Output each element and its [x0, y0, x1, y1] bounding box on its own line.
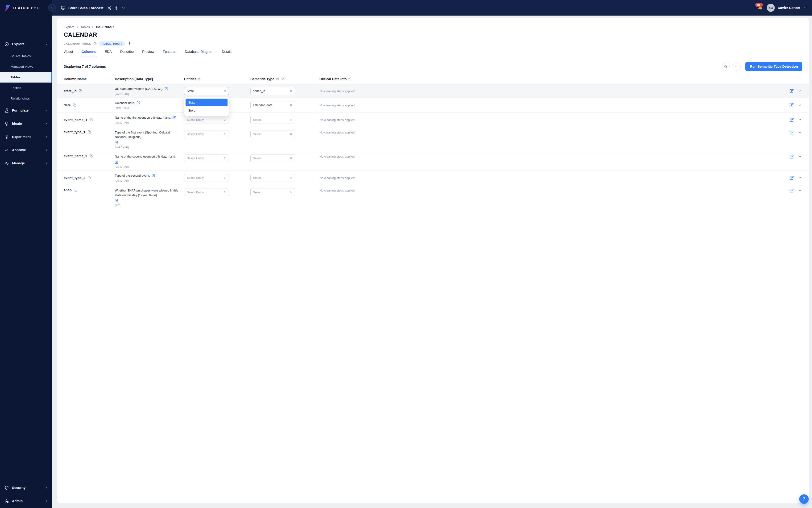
- clear-semantic-type-icon[interactable]: [289, 103, 292, 107]
- entity-select-event_type_1[interactable]: Select Entity: [184, 130, 229, 138]
- edit-description-icon[interactable]: [115, 141, 118, 144]
- copy-icon[interactable]: [89, 118, 93, 122]
- column-name: event_type_1: [64, 130, 85, 134]
- entity-value: State: [187, 89, 221, 93]
- kebab-menu-icon[interactable]: [128, 42, 131, 45]
- tab-database-diagram[interactable]: Database Diagram: [184, 50, 214, 57]
- entity-select-event_type_2[interactable]: Select Entity: [184, 174, 229, 182]
- copy-icon[interactable]: [79, 89, 82, 93]
- edit-column-icon[interactable]: [790, 154, 794, 159]
- help-icon[interactable]: [93, 42, 97, 45]
- copy-icon[interactable]: [87, 176, 91, 179]
- tab-details[interactable]: Details: [221, 50, 233, 57]
- user-name: Xavier Conort: [778, 6, 800, 10]
- entity-select-event_name_2[interactable]: Select Entity: [184, 154, 229, 162]
- tab-columns[interactable]: Columns: [81, 50, 97, 57]
- sidebar-item-source-tables[interactable]: Source Tables: [0, 51, 52, 61]
- edit-column-icon[interactable]: [790, 188, 794, 193]
- sidebar-item-explore[interactable]: Explore: [0, 38, 52, 51]
- semantic-type-select-event_type_1[interactable]: Select: [251, 130, 295, 138]
- entity-select-snap[interactable]: Select Entity: [184, 188, 229, 196]
- tab-about[interactable]: About: [64, 50, 74, 57]
- lightbulb-icon: [4, 122, 9, 126]
- collapse-sidebar-button[interactable]: [48, 4, 56, 11]
- breadcrumb-tables[interactable]: Tables: [81, 25, 90, 29]
- help-icon[interactable]: [276, 77, 279, 81]
- sidebar-item-approve[interactable]: Approve: [0, 143, 52, 157]
- expand-row-icon[interactable]: [798, 103, 802, 107]
- sidebar-item-tables[interactable]: Tables: [0, 72, 52, 83]
- semantic-type-select-event_name_1[interactable]: Select: [251, 116, 295, 124]
- edit-description-icon[interactable]: [115, 160, 118, 164]
- copy-icon[interactable]: [87, 130, 91, 134]
- avatar[interactable]: XC: [767, 4, 775, 12]
- copy-icon[interactable]: [73, 103, 76, 107]
- edit-description-icon[interactable]: [151, 174, 155, 177]
- semantic-type-select-date[interactable]: calendar_date: [251, 101, 295, 109]
- sidebar-item-relationships[interactable]: Relationships: [0, 93, 52, 104]
- semantic-type-select-event_name_2[interactable]: Select: [251, 154, 295, 162]
- edit-description-icon[interactable]: [165, 87, 168, 90]
- clear-semantic-type-icon[interactable]: [289, 157, 292, 160]
- sidebar-item-formulate[interactable]: Formulate: [0, 104, 52, 117]
- cleaning-status: No cleaning steps applied.: [319, 89, 356, 93]
- tab-features[interactable]: Features: [163, 50, 177, 57]
- clear-semantic-type-icon[interactable]: [289, 191, 292, 194]
- sidebar-item-experiment[interactable]: Experiment: [0, 130, 52, 143]
- clear-entity-icon[interactable]: [223, 89, 226, 92]
- expand-row-icon[interactable]: [798, 89, 802, 93]
- expand-row-icon[interactable]: [798, 155, 802, 159]
- filter-icon[interactable]: [281, 77, 284, 81]
- run-semantic-type-detection-button[interactable]: Run Semantic Type Detection: [745, 62, 802, 71]
- sidebar-item-label: Formulate: [12, 109, 29, 112]
- confirm-button[interactable]: [732, 62, 740, 71]
- column-description: Type of the first event (Sporting, Cultu…: [115, 130, 179, 144]
- clear-semantic-type-icon[interactable]: [289, 89, 292, 92]
- edit-column-icon[interactable]: [790, 175, 794, 180]
- notifications-bell[interactable]: 999+: [758, 5, 763, 10]
- share-icon[interactable]: [107, 6, 111, 10]
- semantic-type-select-snap[interactable]: Select: [251, 188, 295, 196]
- expand-row-icon[interactable]: [798, 130, 802, 134]
- entity-placeholder: Select Entity: [187, 118, 221, 122]
- chevron-down-icon[interactable]: [122, 6, 125, 10]
- edit-column-icon[interactable]: [790, 103, 794, 107]
- edit-column-icon[interactable]: [790, 89, 794, 93]
- edit-description-icon[interactable]: [137, 101, 140, 104]
- entity-option-state[interactable]: State: [186, 98, 228, 107]
- tab-describe[interactable]: Describe: [120, 50, 134, 57]
- sidebar-item-managed-views[interactable]: Managed Views: [0, 61, 52, 72]
- help-fab-button[interactable]: ?: [799, 494, 809, 504]
- breadcrumb-explore[interactable]: Explore: [64, 25, 75, 29]
- sidebar-item-entities[interactable]: Entities: [0, 83, 52, 93]
- entity-select-state_id[interactable]: State: [184, 87, 229, 95]
- clear-semantic-type-icon[interactable]: [289, 176, 292, 179]
- edit-column-icon[interactable]: [790, 130, 794, 135]
- edit-column-icon[interactable]: [790, 118, 794, 122]
- sidebar-item-manage[interactable]: Manage: [0, 157, 52, 170]
- sidebar-item-security[interactable]: Security: [0, 481, 52, 494]
- expand-row-icon[interactable]: [798, 176, 802, 180]
- copy-icon[interactable]: [89, 154, 93, 158]
- semantic-type-select-event_type_2[interactable]: Select: [251, 174, 295, 182]
- expand-row-icon[interactable]: [798, 118, 802, 122]
- tab-preview[interactable]: Preview: [142, 50, 155, 57]
- edit-description-icon[interactable]: [172, 116, 176, 119]
- tab-eda[interactable]: EDA: [104, 50, 112, 57]
- sidebar-item-admin[interactable]: Admin: [0, 494, 52, 508]
- sidebar-item-ideate[interactable]: Ideate: [0, 117, 52, 130]
- search-button[interactable]: [722, 62, 730, 71]
- chevron-down-icon[interactable]: [803, 6, 807, 10]
- sidebar-item-label: Admin: [12, 499, 22, 503]
- clear-semantic-type-icon[interactable]: [289, 118, 292, 121]
- copy-icon[interactable]: [74, 188, 77, 192]
- gear-icon[interactable]: [115, 6, 119, 10]
- expand-row-icon[interactable]: [798, 188, 802, 193]
- help-icon[interactable]: [348, 77, 352, 81]
- semantic-type-select-state_id[interactable]: series_id: [251, 87, 295, 95]
- entity-select-event_name_1[interactable]: Select Entity: [184, 116, 229, 124]
- help-icon[interactable]: [198, 77, 201, 81]
- clear-semantic-type-icon[interactable]: [289, 132, 292, 136]
- entity-option-store[interactable]: Store: [186, 107, 228, 114]
- edit-description-icon[interactable]: [115, 199, 118, 203]
